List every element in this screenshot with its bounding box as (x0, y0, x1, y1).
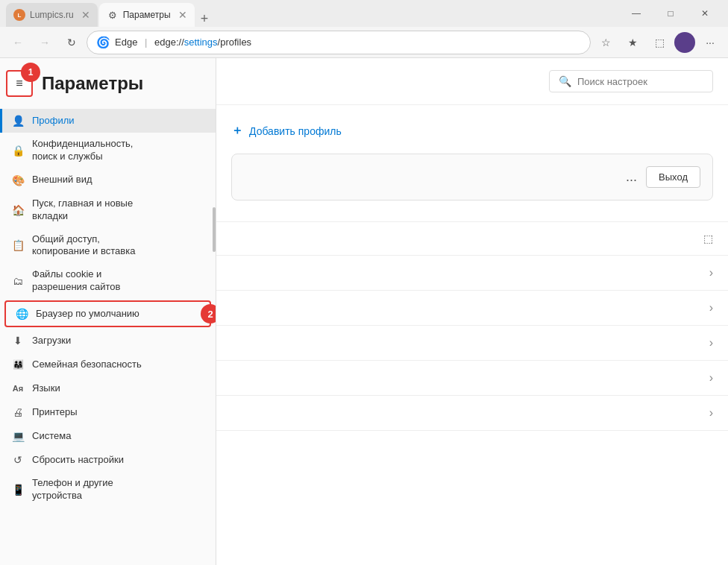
tab-close-lumpics[interactable]: ✕ (81, 9, 90, 21)
chevron-right-icon-5: › (709, 406, 713, 420)
content-row-5[interactable]: › (216, 361, 728, 396)
system-icon: 💻 (11, 429, 25, 443)
settings-search-box[interactable]: 🔍 (549, 70, 713, 92)
address-bar[interactable]: 🌀 Edge | edge://settings/profiles (87, 31, 591, 54)
edge-logo-icon: 🌀 (96, 36, 110, 49)
sidebar-item-downloads[interactable]: ⬇ Загрузки (0, 329, 216, 353)
tab-title-lumpics: Lumpics.ru (30, 10, 74, 20)
privacy-icon: 🔒 (11, 144, 25, 157)
address-url: edge:// (154, 37, 184, 48)
sidebar-item-reset[interactable]: ↺ Сбросить настройки (0, 448, 216, 472)
window-controls: — □ ✕ (619, 0, 722, 27)
tab-title-settings: Параметры (123, 10, 171, 20)
sidebar-item-default-browser[interactable]: 🌐 Браузер по умолчанию 2 (4, 300, 211, 327)
refresh-button[interactable]: ↻ (60, 31, 84, 54)
sidebar-label-cookies: Файлы cookie иразрешения сайтов (32, 268, 120, 294)
maximize-button[interactable]: □ (653, 0, 688, 27)
add-profile-label: Добавить профиль (249, 125, 342, 137)
sidebar-item-cookies[interactable]: 🗂 Файлы cookie иразрешения сайтов (0, 263, 216, 299)
sidebar-label-startup: Пуск, главная и новыевкладки (32, 198, 133, 223)
edge-label: Edge (115, 37, 137, 48)
content-row-3[interactable]: › (216, 291, 728, 326)
profile-card: ... Выход (231, 154, 713, 201)
sidebar-item-phone[interactable]: 📱 Телефон и другиеустройства (0, 472, 216, 508)
sidebar-header: ≡ 1 Параметры (0, 58, 216, 106)
sidebar-label-family: Семейная безопасность (32, 359, 142, 371)
family-icon: 👨‍👩‍👧 (11, 358, 25, 371)
add-profile-button[interactable]: ＋ Добавить профиль (231, 117, 713, 145)
minimize-button[interactable]: — (619, 0, 653, 27)
sidebar-item-appearance[interactable]: 🎨 Внешний вид (0, 168, 216, 192)
sidebar-item-family[interactable]: 👨‍👩‍👧 Семейная безопасность (0, 353, 216, 376)
chevron-right-icon-4: › (709, 371, 713, 385)
chevron-right-icon-1: › (709, 266, 713, 280)
external-link-icon: ⬚ (703, 233, 713, 244)
close-button[interactable]: ✕ (688, 0, 722, 27)
tab-settings[interactable]: ⚙ Параметры ✕ (99, 3, 195, 27)
address-settings: settings (184, 37, 218, 48)
collections-button[interactable]: ★ (621, 31, 644, 54)
reset-icon: ↺ (11, 453, 25, 467)
profile-more-button[interactable]: ... (626, 169, 637, 185)
sidebar-item-profiles[interactable]: 👤 Профили (0, 109, 216, 133)
phone-icon: 📱 (11, 483, 25, 496)
page-title: Параметры (42, 73, 143, 94)
content-row-4[interactable]: › (216, 326, 728, 361)
downloads-icon: ⬇ (11, 334, 25, 347)
more-button[interactable]: ··· (698, 31, 722, 54)
sharing-icon: 📋 (11, 239, 25, 252)
title-bar: L Lumpics.ru ✕ ⚙ Параметры ✕ + — □ ✕ (0, 0, 728, 27)
back-button[interactable]: ← (6, 31, 30, 54)
sidebar-label-default-browser: Браузер по умолчанию (36, 308, 139, 321)
profile-section: ＋ Добавить профиль ... Выход (216, 105, 728, 222)
languages-icon: Aя (11, 382, 25, 395)
sidebar-scrollbar[interactable] (213, 207, 216, 252)
tab-close-settings[interactable]: ✕ (178, 9, 187, 21)
tab-lumpics[interactable]: L Lumpics.ru ✕ (6, 3, 98, 27)
search-input[interactable] (577, 76, 703, 87)
logout-button[interactable]: Выход (646, 166, 700, 188)
sidebar-label-profiles: Профили (32, 115, 75, 127)
sidebar-label-phone: Телефон и другиеустройства (32, 477, 113, 502)
sidebar-label-reset: Сбросить настройки (32, 454, 124, 467)
address-text: Edge | edge://settings/profiles (115, 37, 581, 48)
address-separator: | (145, 37, 147, 48)
printers-icon: 🖨 (11, 405, 25, 419)
sidebar-item-startup[interactable]: 🏠 Пуск, главная и новыевкладки (0, 192, 216, 228)
content-row-2[interactable]: › (216, 256, 728, 291)
sidebar-label-printers: Принтеры (32, 406, 78, 419)
profiles-icon: 👤 (11, 114, 25, 127)
add-plus-icon: ＋ (231, 123, 243, 139)
main-layout: ≡ 1 Параметры 👤 Профили 🔒 Конфиденциальн… (0, 58, 728, 565)
favorites-button[interactable]: ☆ (594, 31, 618, 54)
startup-icon: 🏠 (11, 203, 25, 217)
sidebar-item-sharing[interactable]: 📋 Общий доступ,копирование и вставка (0, 228, 216, 264)
sidebar-item-printers[interactable]: 🖨 Принтеры (0, 400, 216, 424)
search-icon: 🔍 (559, 75, 571, 87)
profile-button[interactable] (674, 32, 695, 53)
badge-2: 2 (201, 304, 216, 323)
badge-1: 1 (21, 63, 40, 82)
content-row-1[interactable]: ⬚ (216, 222, 728, 256)
sidebar-item-privacy[interactable]: 🔒 Конфиденциальность,поиск и службы (0, 133, 216, 168)
content-header: 🔍 (216, 58, 728, 105)
sidebar-label-appearance: Внешний вид (32, 174, 92, 186)
new-tab-button[interactable]: + (195, 11, 215, 27)
default-browser-icon: 🌐 (15, 307, 28, 321)
content-row-6[interactable]: › (216, 396, 728, 431)
cookies-icon: 🗂 (11, 274, 25, 288)
tab-group: L Lumpics.ru ✕ ⚙ Параметры ✕ + (6, 0, 619, 27)
hamburger-icon: ≡ (16, 77, 22, 90)
address-path: /profiles (218, 37, 252, 48)
nav-bar: ← → ↻ 🌀 Edge | edge://settings/profiles … (0, 27, 728, 58)
appearance-icon: 🎨 (11, 174, 25, 187)
chevron-right-icon-2: › (709, 301, 713, 315)
tab-favicon-lumpics: L (13, 9, 25, 21)
tab-favicon-settings: ⚙ (107, 9, 119, 21)
sidebar-item-languages[interactable]: Aя Языки (0, 376, 216, 400)
forward-button[interactable]: → (33, 31, 57, 54)
sidebar-item-system[interactable]: 💻 Система (0, 424, 216, 448)
sidebar-label-system: Система (32, 430, 71, 443)
sidebar-label-sharing: Общий доступ,копирование и вставка (32, 233, 135, 259)
share-button[interactable]: ⬚ (647, 31, 671, 54)
